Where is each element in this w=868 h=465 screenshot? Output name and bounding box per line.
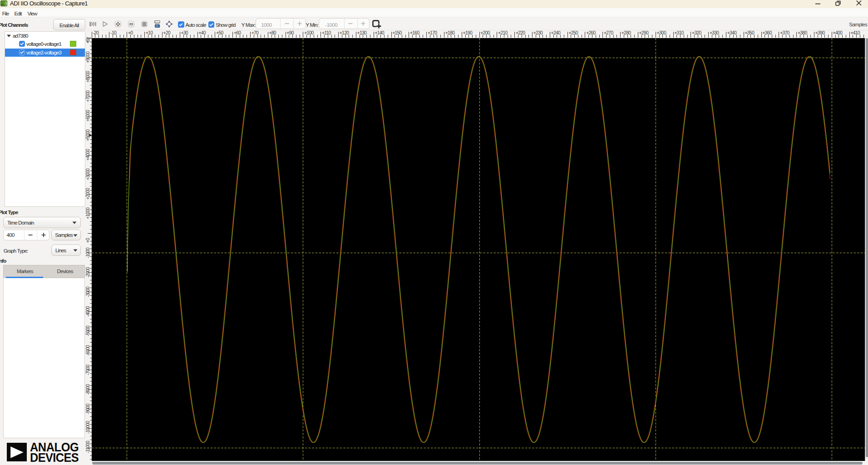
svg-text:-10: -10 <box>110 30 117 35</box>
svg-text:+360: +360 <box>762 30 772 35</box>
svg-text:+7000: +7000 <box>85 90 90 102</box>
svg-text:+330: +330 <box>710 30 719 35</box>
svg-text:+60: +60 <box>234 30 241 35</box>
svg-text:+180: +180 <box>445 30 455 35</box>
svg-text:+160: +160 <box>410 30 419 35</box>
svg-text:-3000: -3000 <box>85 286 90 297</box>
svg-text:-11000: -11000 <box>85 441 90 453</box>
svg-text:+30: +30 <box>181 30 188 35</box>
svg-text:+110: +110 <box>322 30 331 35</box>
svg-text:+120: +120 <box>340 30 349 35</box>
svg-text:+50: +50 <box>216 30 223 35</box>
svg-text:-7000: -7000 <box>85 364 90 375</box>
svg-text:+350: +350 <box>745 30 755 35</box>
svg-text:+220: +220 <box>516 30 525 35</box>
svg-text:+3000: +3000 <box>85 168 90 180</box>
svg-text:+210: +210 <box>498 30 508 35</box>
svg-text:+190: +190 <box>463 30 473 35</box>
svg-text:+310: +310 <box>674 30 684 35</box>
svg-text:+9000: +9000 <box>85 51 90 63</box>
svg-text:+410: +410 <box>850 30 860 35</box>
svg-text:+20: +20 <box>163 30 171 35</box>
svg-text:-1000: -1000 <box>85 247 90 258</box>
svg-text:-2000: -2000 <box>85 267 90 278</box>
svg-text:+90: +90 <box>286 30 294 35</box>
svg-text:+320: +320 <box>692 30 701 35</box>
svg-text:+380: +380 <box>798 30 807 35</box>
svg-text:+260: +260 <box>586 30 596 35</box>
svg-text:+390: +390 <box>815 30 825 35</box>
svg-text:+290: +290 <box>639 30 649 35</box>
svg-text:+370: +370 <box>780 30 789 35</box>
svg-text:+170: +170 <box>428 30 437 35</box>
svg-text:+6000: +6000 <box>85 110 90 122</box>
svg-text:-8000: -8000 <box>85 384 90 395</box>
svg-text:-5000: -5000 <box>85 325 90 336</box>
svg-text:+250: +250 <box>568 30 578 35</box>
svg-text:+0: +0 <box>85 238 90 243</box>
svg-text:+10: +10 <box>146 30 153 35</box>
svg-text:+300: +300 <box>657 30 666 35</box>
svg-text:+4000: +4000 <box>85 149 90 161</box>
svg-text:+340: +340 <box>727 30 737 35</box>
svg-text:-20: -20 <box>93 30 99 35</box>
svg-text:+270: +270 <box>604 30 613 35</box>
svg-text:-10000: -10000 <box>85 421 90 434</box>
svg-text:+140: +140 <box>375 30 384 35</box>
svg-text:+2000: +2000 <box>85 188 90 200</box>
svg-text:+8000: +8000 <box>85 71 90 83</box>
svg-text:+130: +130 <box>357 30 367 35</box>
svg-text:+200: +200 <box>480 30 490 35</box>
svg-text:+240: +240 <box>551 30 561 35</box>
svg-text:+80: +80 <box>269 30 276 35</box>
svg-text:+400: +400 <box>833 30 843 35</box>
svg-text:+100: +100 <box>304 30 314 35</box>
svg-text:-9000: -9000 <box>85 403 90 414</box>
svg-text:-4000: -4000 <box>85 306 90 317</box>
svg-text:+280: +280 <box>621 30 631 35</box>
svg-text:+40: +40 <box>198 30 206 35</box>
svg-text:-6000: -6000 <box>85 345 90 356</box>
svg-text:+1000: +1000 <box>85 207 90 219</box>
svg-text:+230: +230 <box>533 30 543 35</box>
svg-text:+0: +0 <box>128 30 133 35</box>
svg-text:+70: +70 <box>252 30 259 35</box>
svg-text:+150: +150 <box>392 30 402 35</box>
